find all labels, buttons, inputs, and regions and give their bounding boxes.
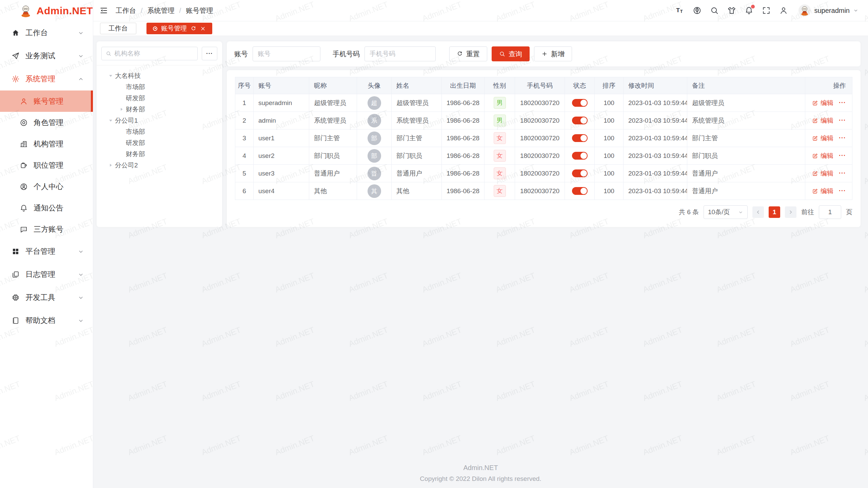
fold-menu-icon[interactable] — [99, 6, 108, 15]
tree-node-2[interactable]: 研发部 — [100, 93, 219, 104]
edit-button[interactable]: 编辑 — [812, 116, 833, 125]
cell-name: 部门主管 — [392, 129, 442, 147]
status-toggle[interactable] — [572, 169, 588, 177]
row-more-button[interactable]: ··· — [839, 187, 846, 195]
row-more-button[interactable]: ··· — [839, 117, 846, 124]
sidebar-item-3[interactable]: 平台管理 — [0, 240, 93, 263]
breadcrumb-separator: / — [179, 7, 181, 15]
user-outline-icon[interactable] — [779, 6, 788, 15]
sidebar-subitem-3[interactable]: 职位管理 — [0, 155, 93, 176]
cell-birth-date: 1986-06-28 — [442, 94, 485, 112]
sidebar-item-2[interactable]: 系统管理 — [0, 67, 93, 90]
next-page-button[interactable] — [785, 206, 796, 218]
breadcrumb-item-workbench[interactable]: 工作台 — [116, 6, 136, 15]
tree-node-3[interactable]: 财务部 — [100, 104, 219, 115]
edit-button[interactable]: 编辑 — [812, 151, 833, 160]
org-search-input[interactable] — [114, 50, 193, 57]
search-icon — [106, 50, 111, 57]
sidebar-subitem-1[interactable]: 角色管理 — [0, 112, 93, 133]
sidebar-item-5[interactable]: 开发工具 — [0, 286, 93, 309]
tab-close-icon[interactable] — [200, 26, 206, 32]
cell-phone: 18020030720 — [515, 94, 565, 112]
account-filter-input[interactable] — [253, 46, 320, 61]
edit-button[interactable]: 编辑 — [812, 99, 833, 107]
prev-page-button[interactable] — [752, 206, 764, 218]
font-size-icon[interactable]: TT — [675, 6, 684, 15]
caret-collapsed-icon[interactable] — [107, 162, 114, 168]
edit-button[interactable]: 编辑 — [812, 169, 833, 178]
row-more-button[interactable]: ··· — [839, 170, 846, 177]
logo[interactable]: Admin.NET — [0, 0, 93, 21]
caret-collapsed-icon[interactable] — [118, 106, 125, 113]
edit-button[interactable]: 编辑 — [812, 187, 833, 196]
breadcrumb-item-system[interactable]: 系统管理 — [147, 6, 175, 15]
breadcrumb-item-account[interactable]: 账号管理 — [186, 6, 213, 15]
gender-badge: 女 — [494, 150, 506, 162]
status-toggle[interactable] — [572, 152, 588, 160]
language-icon[interactable] — [693, 6, 702, 15]
page-number-button[interactable]: 1 — [769, 206, 780, 218]
cell-index: 5 — [235, 165, 254, 182]
cell-remark: 超级管理员 — [687, 94, 805, 112]
sidebar-subitem-2[interactable]: 机构管理 — [0, 133, 93, 155]
sidebar-item-label: 业务测试 — [25, 51, 55, 61]
tab-account-management[interactable]: 账号管理 — [146, 23, 212, 34]
account-filter-label: 账号 — [234, 49, 248, 59]
cell-avatar: 部 — [357, 129, 392, 147]
tab-refresh-icon[interactable] — [191, 26, 196, 32]
table-header-row: 序号账号昵称头像姓名出生日期性别手机号码状态排序修改时间备注操作 — [235, 77, 852, 94]
sidebar-item-4[interactable]: 日志管理 — [0, 263, 93, 286]
tree-node-6[interactable]: 研发部 — [100, 137, 219, 148]
notification-bell-icon[interactable] — [745, 6, 753, 15]
cell-nickname: 部门主管 — [309, 129, 357, 147]
cell-nickname: 部门职员 — [309, 147, 357, 165]
tree-node-5[interactable]: 市场部 — [100, 126, 219, 137]
sidebar-subitem-0[interactable]: 账号管理 — [0, 90, 93, 112]
status-toggle[interactable] — [572, 187, 588, 195]
theme-icon[interactable] — [727, 6, 736, 15]
tab-workbench[interactable]: 工作台 — [100, 23, 136, 34]
goto-page-input[interactable] — [819, 205, 841, 219]
reset-button[interactable]: 重置 — [449, 46, 487, 61]
org-more-button[interactable]: ··· — [202, 47, 217, 60]
add-button[interactable]: 新增 — [534, 46, 572, 61]
cell-phone: 18020030720 — [515, 129, 565, 147]
chevron-down-icon — [738, 210, 743, 215]
filter-bar: 账号 手机号码 重置 查询 新增 — [227, 41, 861, 66]
sidebar-item-0[interactable]: 工作台 — [0, 21, 93, 44]
column-header-5: 出生日期 — [442, 77, 485, 94]
sidebar-subitem-6[interactable]: 三方账号 — [0, 219, 93, 240]
sidebar-item-1[interactable]: 业务测试 — [0, 44, 93, 67]
sidebar-item-6[interactable]: 帮助文档 — [0, 309, 93, 332]
footer: Admin.NET Copyright © 2022 Dilon All rig… — [93, 464, 868, 483]
caret-expanded-icon[interactable] — [107, 73, 114, 79]
row-more-button[interactable]: ··· — [839, 152, 846, 159]
sidebar-subitem-5[interactable]: 通知公告 — [0, 197, 93, 219]
row-more-button[interactable]: ··· — [839, 99, 846, 106]
row-more-button[interactable]: ··· — [839, 135, 846, 142]
cell-gender: 女 — [485, 182, 515, 200]
fullscreen-icon[interactable] — [762, 6, 771, 15]
query-button[interactable]: 查询 — [492, 46, 530, 61]
user-table-card: 序号账号昵称头像姓名出生日期性别手机号码状态排序修改时间备注操作 1supera… — [227, 70, 861, 227]
sidebar-subitem-4[interactable]: 个人中心 — [0, 176, 93, 197]
status-toggle[interactable] — [572, 117, 588, 124]
tree-node-7[interactable]: 财务部 — [100, 148, 219, 160]
cell-gender: 男 — [485, 112, 515, 129]
search-icon[interactable] — [710, 6, 719, 15]
tree-node-4[interactable]: 分公司1 — [100, 115, 219, 126]
tree-node-8[interactable]: 分公司2 — [100, 160, 219, 171]
cell-phone: 18020030720 — [515, 147, 565, 165]
cell-modified-time: 2023-01-03 10:59:44 — [624, 147, 687, 165]
status-toggle[interactable] — [572, 99, 588, 107]
column-header-2: 昵称 — [309, 77, 357, 94]
tree-node-1[interactable]: 市场部 — [100, 81, 219, 93]
caret-expanded-icon[interactable] — [107, 117, 114, 124]
user-menu[interactable]: superadmin — [798, 4, 859, 17]
phone-filter-input[interactable] — [364, 46, 436, 61]
page-size-select[interactable]: 10条/页 — [704, 205, 748, 219]
edit-button[interactable]: 编辑 — [812, 134, 833, 143]
status-toggle[interactable] — [572, 134, 588, 142]
chevron-down-icon — [78, 53, 84, 59]
tree-node-0[interactable]: 大名科技 — [100, 70, 219, 81]
